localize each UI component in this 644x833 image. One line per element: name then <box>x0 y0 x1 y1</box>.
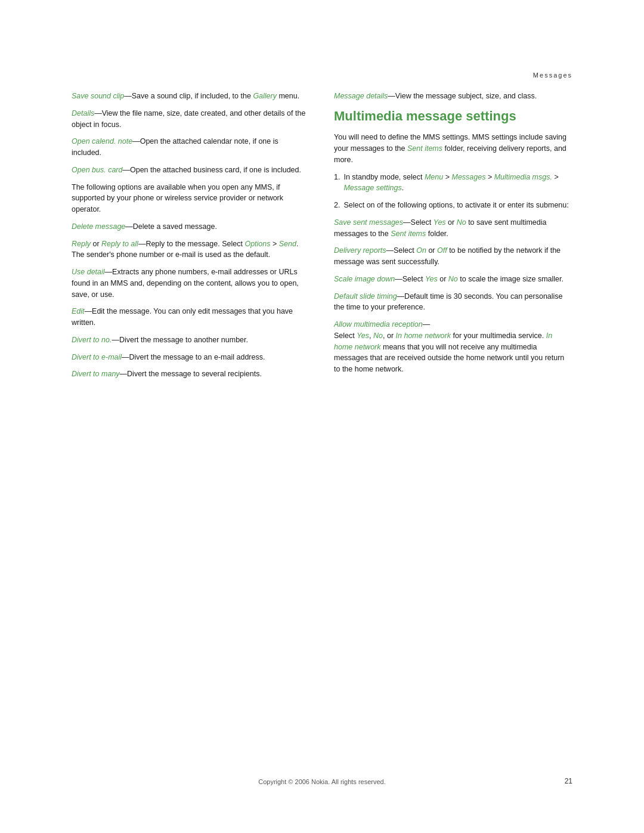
entry-divert-to-email: Divert to e-mail—Divert the message to a… <box>72 352 310 363</box>
sub-entry-default-slide-timing: Default slide timing—Default time is 30 … <box>334 291 572 314</box>
entry-open-calend-note: Open calend. note—Open the attached cale… <box>72 136 310 159</box>
term-scale-image-down: Scale image down <box>334 275 395 283</box>
copyright-text: Copyright © 2006 Nokia. All rights reser… <box>258 778 386 785</box>
page: Messages Save sound clip—Save a sound cl… <box>0 0 644 833</box>
term-edit: Edit <box>72 307 85 315</box>
term-off: Off <box>437 246 447 255</box>
term-sent-items-intro: Sent items <box>407 144 442 153</box>
sub-entry-scale-image-down: Scale image down—Select Yes or No to sca… <box>334 274 572 285</box>
term-no-3: No <box>373 332 383 340</box>
entry-mms-options-note: The following options are available when… <box>72 182 310 215</box>
entry-reply: Reply or Reply to all—Reply to the messa… <box>72 239 310 261</box>
entry-details: Details—View the file name, size, date c… <box>72 108 310 131</box>
header-title: Messages <box>533 72 572 79</box>
entry-intro: You will need to define the MMS settings… <box>334 132 572 165</box>
page-number: 21 <box>565 777 572 785</box>
term-divert-to-no: Divert to no. <box>72 336 112 344</box>
right-column: Message details—View the message subject… <box>334 91 572 386</box>
term-yes-2: Yes <box>425 275 438 283</box>
term-default-slide-timing: Default slide timing <box>334 292 397 301</box>
term-reply-to-all: Reply to all <box>101 240 138 248</box>
numbered-list: 1. In standby mode, select Menu > Messag… <box>334 172 572 211</box>
term-yes-3: Yes <box>357 332 369 340</box>
entry-save-sound-clip: Save sound clip—Save a sound clip, if in… <box>72 91 310 102</box>
sub-entry-allow-multimedia-reception: Allow multimedia reception—Select Yes, N… <box>334 319 572 375</box>
term-options: Options <box>244 240 270 248</box>
term-gallery: Gallery <box>253 92 277 100</box>
list-item-2: 2. Select on of the following options, t… <box>334 200 572 211</box>
section-heading-multimedia: Multimedia message settings <box>334 108 572 125</box>
term-details: Details <box>72 109 94 117</box>
entry-divert-to-many: Divert to many—Divert the message to sev… <box>72 368 310 380</box>
term-send: Send <box>279 240 296 248</box>
term-multimedia-msgs: Multimedia msgs. <box>494 173 552 181</box>
term-in-home-network-1: In home network <box>396 332 451 340</box>
term-save-sent-messages: Save sent messages <box>334 218 403 227</box>
entry-use-detail: Use detail—Extracts any phone numbers, e… <box>72 267 310 300</box>
term-save-sound-clip: Save sound clip <box>72 92 124 100</box>
term-sent-items-sub: Sent items <box>391 230 426 238</box>
term-divert-to-email: Divert to e-mail <box>72 353 122 361</box>
entry-message-details: Message details—View the message subject… <box>334 91 572 102</box>
term-divert-to-many: Divert to many <box>72 370 120 378</box>
sub-entry-save-sent-messages: Save sent messages—Select Yes or No to s… <box>334 217 572 240</box>
term-yes-1: Yes <box>434 218 446 227</box>
term-open-bus-card: Open bus. card <box>72 166 122 174</box>
term-no-1: No <box>457 218 466 227</box>
term-use-detail: Use detail <box>72 268 105 276</box>
entry-delete-message: Delete message—Delete a saved message. <box>72 221 310 233</box>
term-reply: Reply <box>72 240 91 248</box>
page-footer: Copyright © 2006 Nokia. All rights reser… <box>0 778 644 785</box>
sub-entry-delivery-reports: Delivery reports—Select On or Off to be … <box>334 245 572 268</box>
page-header: Messages <box>0 0 644 85</box>
term-no-2: No <box>448 275 458 283</box>
term-open-calend-note: Open calend. note <box>72 137 132 145</box>
term-allow-multimedia-reception: Allow multimedia reception <box>334 320 423 329</box>
content-area: Save sound clip—Save a sound clip, if in… <box>0 85 644 422</box>
list-item-1: 1. In standby mode, select Menu > Messag… <box>334 172 572 194</box>
left-column: Save sound clip—Save a sound clip, if in… <box>72 91 310 386</box>
term-message-settings-nav: Message settings <box>343 184 401 192</box>
term-menu: Menu <box>425 173 443 181</box>
term-on: On <box>416 246 426 255</box>
term-delete-message: Delete message <box>72 222 125 231</box>
term-delivery-reports: Delivery reports <box>334 246 386 255</box>
term-messages-nav: Messages <box>451 173 485 181</box>
entry-edit: Edit—Edit the message. You can only edit… <box>72 306 310 329</box>
term-message-details: Message details <box>334 92 388 100</box>
entry-open-bus-card: Open bus. card—Open the attached busines… <box>72 165 310 176</box>
entry-divert-to-no: Divert to no.—Divert the message to anot… <box>72 335 310 346</box>
